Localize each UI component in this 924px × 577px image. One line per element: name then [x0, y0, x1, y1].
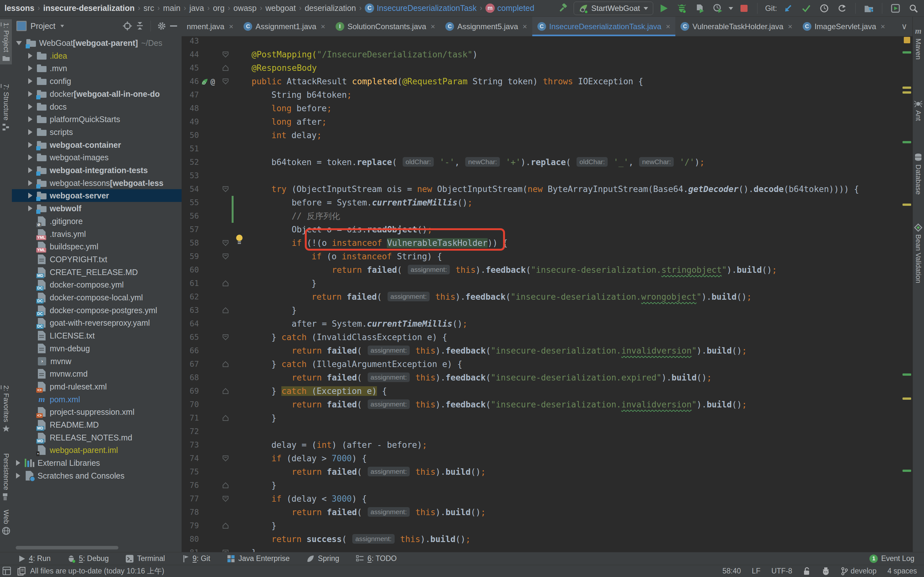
tool-window-button-9-git[interactable]: 9: Git	[182, 554, 210, 563]
project-tree-hscrollbar[interactable]	[16, 546, 118, 550]
fold-marker-icon[interactable]	[222, 549, 229, 552]
tree-item-config[interactable]: config	[12, 75, 182, 87]
expand-arrow-icon[interactable]	[28, 193, 32, 198]
tree-item-scratches-and-consoles[interactable]: Scratches and Consoles	[12, 469, 182, 482]
stripe-mark-green[interactable]	[903, 374, 911, 376]
fold-marker-icon[interactable]	[222, 78, 229, 85]
git-update-button[interactable]	[781, 1, 796, 15]
tree-item-mvn-debug[interactable]: mvn-debug	[12, 342, 182, 355]
fold-marker-icon[interactable]	[222, 414, 229, 422]
fold-marker-icon[interactable]	[222, 522, 229, 529]
fold-marker-icon[interactable]	[222, 280, 229, 287]
tab-insecuredeserializationtask-java[interactable]: CInsecureDeserializationTask.java×	[532, 17, 676, 36]
expand-arrow-icon[interactable]	[28, 167, 32, 173]
tool-window-button-1-project[interactable]: 1: Project	[0, 19, 12, 64]
fold-marker-icon[interactable]	[222, 51, 229, 58]
run-anything-button[interactable]	[888, 1, 903, 15]
tree-item-webgoat-lessons[interactable]: webgoat-lessons [webgoat-less	[12, 177, 182, 189]
fold-marker-icon[interactable]	[222, 334, 229, 341]
stripe-mark-yellow[interactable]	[903, 398, 911, 400]
stripe-mark-yellow[interactable]	[903, 203, 911, 206]
close-icon[interactable]: ×	[431, 22, 435, 31]
tool-window-button-5-debug[interactable]: 5: Debug	[67, 554, 109, 563]
fold-marker-icon[interactable]	[222, 388, 229, 395]
close-icon[interactable]: ×	[881, 22, 885, 31]
hide-panel-button[interactable]	[170, 25, 177, 27]
tree-item-goat-with-reverseproxy-yaml[interactable]: DCgoat-with-reverseproxy.yaml	[12, 316, 182, 329]
build-hammer-button[interactable]	[556, 1, 570, 15]
close-icon[interactable]: ×	[788, 22, 792, 31]
status-widget-utf-8[interactable]: UTF-8	[771, 567, 792, 575]
expand-arrow-icon[interactable]	[28, 78, 32, 84]
tree-item-webgoat[interactable]: WebGoat [webgoat-parent] ~/Des	[12, 37, 182, 49]
tree-item-create_release-md[interactable]: MDCREATE_RELEASE.MD	[12, 266, 182, 279]
status-widget-4-spaces[interactable]: 4 spaces	[887, 567, 917, 575]
breadcrumb-item[interactable]: src	[142, 3, 155, 13]
project-view-selector[interactable]: Project	[31, 21, 55, 31]
tree-item-docker[interactable]: docker [webgoat-all-in-one-do	[12, 87, 182, 100]
debug-button[interactable]	[674, 1, 689, 15]
profiler-chevron-icon[interactable]	[728, 6, 733, 10]
hidden-tabs-chevron-icon[interactable]: ∨	[896, 21, 913, 31]
expand-arrow-icon[interactable]	[28, 65, 32, 71]
breadcrumb-item[interactable]: java	[188, 3, 205, 13]
fold-marker-icon[interactable]	[222, 64, 229, 71]
tool-window-button-4-run[interactable]: 4: Run	[18, 554, 51, 563]
stripe-mark-yellow[interactable]	[903, 91, 911, 93]
stripe-mark-green[interactable]	[903, 51, 911, 53]
tree-item-pom-xml[interactable]: mpom.xml	[12, 393, 182, 406]
status-widget-unlock[interactable]	[803, 567, 811, 576]
breadcrumb-item[interactable]: owasp	[232, 3, 258, 13]
tree-item--mvn[interactable]: .mvn	[12, 62, 182, 75]
expand-arrow-icon[interactable]	[28, 91, 32, 97]
tree-item-mvnw-cmd[interactable]: mvnw.cmd	[12, 367, 182, 380]
gear-icon[interactable]	[157, 21, 166, 31]
search-everywhere-button[interactable]	[906, 1, 921, 15]
tree-item-docs[interactable]: docs	[12, 100, 182, 113]
fold-marker-icon[interactable]	[222, 253, 229, 260]
fold-marker-icon[interactable]	[222, 495, 229, 502]
close-icon[interactable]: ×	[229, 22, 233, 31]
tree-item-readme-md[interactable]: MDREADME.MD	[12, 418, 182, 431]
status-widget-develop[interactable]: develop	[841, 567, 877, 575]
stripe-mark-yellow[interactable]	[903, 87, 911, 89]
tab-assignment1-java[interactable]: CAssignment1.java×	[238, 17, 330, 36]
tree-item-buildspec-yml[interactable]: YMLbuildspec.yml	[12, 240, 182, 253]
tool-window-button-6-todo[interactable]: 6: TODO	[356, 554, 397, 563]
tree-item-docker-compose-yml[interactable]: DCdocker-compose.yml	[12, 278, 182, 291]
breadcrumb-item[interactable]: org	[212, 3, 226, 13]
breadcrumb-item[interactable]: deserialization	[304, 3, 357, 13]
tool-window-switcher-icon[interactable]	[3, 567, 11, 575]
tree-item-webgoat-parent-iml[interactable]: ▪webgoat-parent.iml	[12, 444, 182, 456]
status-widget-58-40[interactable]: 58:40	[722, 567, 741, 575]
breadcrumb-item[interactable]: insecure-deserialization	[42, 3, 136, 13]
expand-arrow-icon[interactable]	[16, 460, 20, 466]
breadcrumb-item[interactable]: lessons	[3, 3, 36, 13]
fold-marker-icon[interactable]	[222, 482, 229, 489]
expand-arrow-icon[interactable]	[28, 142, 32, 148]
tool-window-button-maven[interactable]: mMaven	[913, 23, 924, 63]
git-history-button[interactable]	[817, 1, 832, 15]
code-editor[interactable]: 4344@PostMapping("/InsecureDeserializati…	[182, 36, 901, 552]
intention-bulb-icon[interactable]	[235, 234, 244, 245]
tree-item-docker-compose-local-yml[interactable]: DCdocker-compose-local.yml	[12, 291, 182, 304]
tool-window-button-7-structure[interactable]: 7: Structure	[0, 81, 12, 134]
status-widget-lf[interactable]: LF	[752, 567, 760, 575]
expand-arrow-icon[interactable]	[28, 53, 32, 59]
tree-item-release_notes-md[interactable]: MDRELEASE_NOTES.md	[12, 431, 182, 444]
collapse-arrow-icon[interactable]	[16, 41, 22, 45]
tab-nment-java[interactable]: nment.java×	[182, 17, 238, 36]
fold-marker-icon[interactable]	[222, 185, 229, 193]
tool-window-button-persistence[interactable]: Persistence	[0, 450, 12, 504]
stop-button[interactable]	[737, 1, 751, 15]
tool-window-button-terminal[interactable]: Terminal	[126, 554, 165, 563]
stripe-mark-green[interactable]	[903, 141, 911, 143]
breadcrumb-item[interactable]: webgoat	[264, 3, 297, 13]
tree-item-webgoat-container[interactable]: webgoat-container	[12, 139, 182, 151]
stripe-mark-green[interactable]	[903, 470, 911, 472]
breadcrumb-item[interactable]: CInsecureDeserializationTask	[363, 3, 478, 13]
close-icon[interactable]: ×	[321, 22, 325, 31]
remote-host-button[interactable]	[861, 1, 876, 15]
tool-window-button-database[interactable]: Database	[913, 150, 924, 198]
profiler-button[interactable]	[710, 1, 725, 15]
